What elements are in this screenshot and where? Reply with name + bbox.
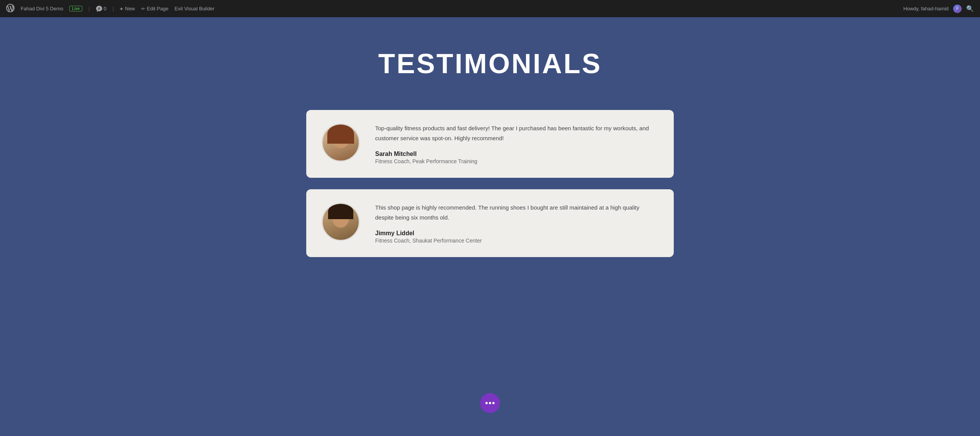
testimonial-text: Top-quality fitness products and fast de… xyxy=(375,123,658,143)
admin-bar-left: Fahad Divi 5 Demo Live | 0 | + New ✏ Edi… xyxy=(6,4,896,14)
site-name[interactable]: Fahad Divi 5 Demo xyxy=(21,6,63,11)
avatar xyxy=(322,123,360,162)
live-badge: Live xyxy=(69,6,82,11)
admin-bar: Fahad Divi 5 Demo Live | 0 | + New ✏ Edi… xyxy=(0,0,980,17)
user-avatar[interactable]: F xyxy=(953,5,962,13)
comments-link[interactable]: 0 xyxy=(96,6,106,12)
testimonial-name: Jimmy Liddel xyxy=(375,230,658,237)
admin-bar-right: Howdy, fahad-hamid F 🔍 xyxy=(903,5,974,13)
testimonial-text: This shop page is highly recommended. Th… xyxy=(375,203,658,222)
testimonial-name: Sarah Mitchell xyxy=(375,151,658,157)
testimonials-container: Top-quality fitness products and fast de… xyxy=(245,102,735,288)
new-label: New xyxy=(125,6,135,11)
page-title: TESTIMONIALS xyxy=(8,48,972,79)
exit-visual-builder-link[interactable]: Exit Visual Builder xyxy=(175,6,215,11)
dot-2 xyxy=(489,402,491,404)
pencil-icon: ✏ xyxy=(141,6,145,11)
testimonial-role: Fitness Coach, Shaukat Performance Cente… xyxy=(375,238,658,244)
page-content: TESTIMONIALS Top-quality fitness product… xyxy=(0,0,980,436)
avatar xyxy=(322,203,360,241)
edit-page-label: Edit Page xyxy=(147,6,168,11)
howdy-text: Howdy, fahad-hamid xyxy=(903,6,949,11)
testimonial-body: Top-quality fitness products and fast de… xyxy=(375,123,658,164)
dot-1 xyxy=(485,402,488,404)
edit-page-link[interactable]: ✏ Edit Page xyxy=(141,6,168,11)
page-hero: TESTIMONIALS xyxy=(0,17,980,102)
testimonial-body: This shop page is highly recommended. Th… xyxy=(375,203,658,244)
comments-count: 0 xyxy=(104,6,106,11)
floating-action-button[interactable] xyxy=(480,393,500,413)
new-link[interactable]: + New xyxy=(120,6,135,12)
separator-2: | xyxy=(113,6,114,11)
wp-logo-icon[interactable] xyxy=(6,4,15,14)
testimonial-role: Fitness Coach, Peak Performance Training xyxy=(375,158,658,164)
testimonial-card: This shop page is highly recommended. Th… xyxy=(306,189,674,257)
testimonial-card: Top-quality fitness products and fast de… xyxy=(306,110,674,178)
separator-1: | xyxy=(88,6,90,11)
exit-vb-label: Exit Visual Builder xyxy=(175,6,215,11)
dot-3 xyxy=(492,402,495,404)
plus-icon: + xyxy=(120,6,123,12)
search-icon[interactable]: 🔍 xyxy=(966,5,974,12)
